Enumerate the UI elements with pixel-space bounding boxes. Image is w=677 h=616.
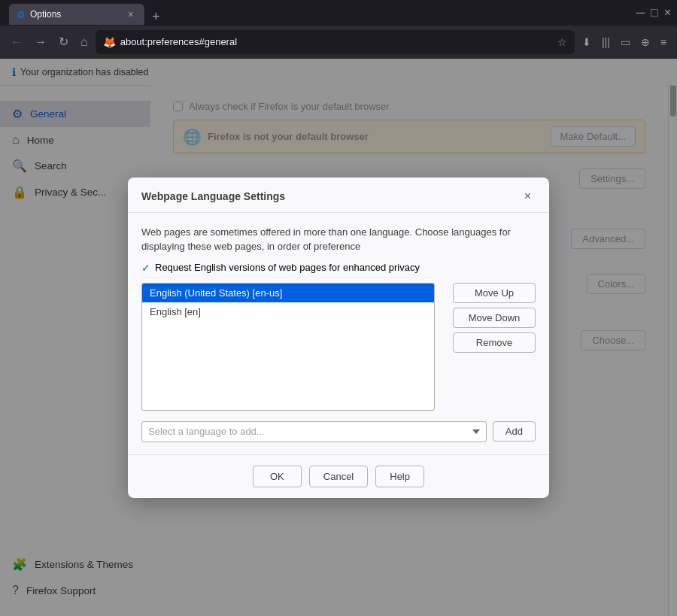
ok-button[interactable]: OK <box>253 466 302 487</box>
modal-footer: OK Cancel Help <box>128 454 549 498</box>
tab-close-btn[interactable]: × <box>125 7 137 22</box>
tab-title: Options <box>30 9 61 20</box>
request-privacy-label: Request English versions of web pages fo… <box>155 262 420 273</box>
refresh-button[interactable]: ↻ <box>54 32 73 52</box>
bookmark-star-icon[interactable]: ☆ <box>557 36 567 48</box>
language-select[interactable]: Select a language to add... <box>141 421 487 442</box>
forward-button[interactable]: → <box>30 32 51 52</box>
tab-icon: ⚙ <box>17 9 26 20</box>
menu-button[interactable]: ≡ <box>656 33 671 51</box>
download-button[interactable]: ⬇ <box>578 33 596 51</box>
browser-tab[interactable]: ⚙ Options × <box>9 4 144 25</box>
modal-description: Web pages are sometimes offered in more … <box>141 225 536 254</box>
cancel-button[interactable]: Cancel <box>309 466 368 487</box>
lang-item-en-us[interactable]: English (United States) [en-us] <box>142 284 434 302</box>
help-button[interactable]: Help <box>375 466 424 487</box>
modal-body: Web pages are sometimes offered in more … <box>128 213 549 454</box>
address-text: about:preferences#general <box>120 36 237 47</box>
close-btn[interactable]: × <box>664 6 671 20</box>
lang-item-en[interactable]: English [en] <box>142 302 434 321</box>
sync-button[interactable]: ⊕ <box>636 33 654 51</box>
titlebar: ⚙ Options × + ─ □ × <box>0 0 677 26</box>
modal-desc-text: Web pages are sometimes offered in more … <box>141 226 511 253</box>
address-bar[interactable]: 🦊 about:preferences#general ☆ <box>96 30 575 54</box>
modal-header: Webpage Language Settings × <box>128 178 549 213</box>
request-privacy-row: ✓ Request English versions of web pages … <box>141 262 536 274</box>
add-language-button[interactable]: Add <box>493 421 536 442</box>
nav-icons: ⬇ ||| ▭ ⊕ ≡ <box>578 33 671 51</box>
lang-section: English (United States) [en-us] English … <box>141 283 536 411</box>
minimize-btn[interactable]: ─ <box>636 6 645 20</box>
language-list[interactable]: English (United States) [en-us] English … <box>141 283 435 411</box>
move-up-button[interactable]: Move Up <box>453 283 536 303</box>
maximize-btn[interactable]: □ <box>651 6 658 20</box>
navbar: ← → ↻ ⌂ 🦊 about:preferences#general ☆ ⬇ … <box>0 26 677 59</box>
library-button[interactable]: ||| <box>597 33 615 51</box>
remove-button[interactable]: Remove <box>453 332 536 353</box>
add-language-row: Select a language to add... Add <box>141 421 536 442</box>
back-button[interactable]: ← <box>6 32 27 52</box>
reader-view-button[interactable]: ▭ <box>616 33 635 51</box>
lang-action-buttons: Move Up Move Down Remove <box>445 283 536 353</box>
modal-close-button[interactable]: × <box>520 188 536 205</box>
firefox-icon: 🦊 <box>103 36 116 48</box>
move-down-button[interactable]: Move Down <box>453 308 536 328</box>
home-button[interactable]: ⌂ <box>76 32 93 52</box>
modal-dialog: Webpage Language Settings × Web pages ar… <box>128 178 549 498</box>
check-icon: ✓ <box>141 262 150 274</box>
modal-overlay: Webpage Language Settings × Web pages ar… <box>0 59 677 616</box>
modal-title: Webpage Language Settings <box>141 190 285 202</box>
new-tab-button[interactable]: + <box>147 9 165 25</box>
